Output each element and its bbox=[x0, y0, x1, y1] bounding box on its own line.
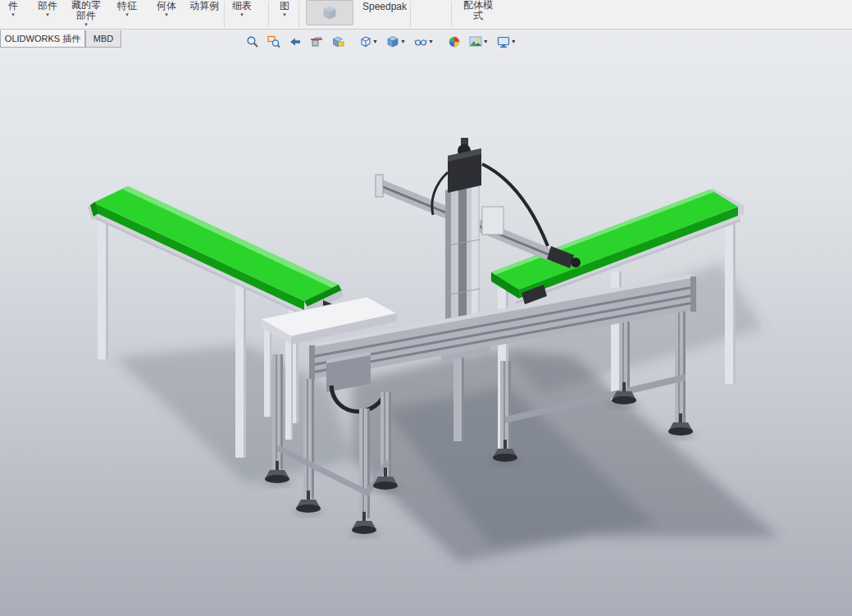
hide-show-items-icon bbox=[414, 35, 427, 48]
hide-show-items-button[interactable]: ▼ bbox=[411, 33, 437, 50]
viewport[interactable]: ▼ ▼ ▼ bbox=[0, 30, 852, 616]
dropdown-arrow-icon: ▼ bbox=[372, 39, 378, 44]
dynamic-annotation-views-button[interactable] bbox=[328, 33, 348, 50]
command-speedpak[interactable]: Speedpak bbox=[362, 2, 408, 12]
command-bom[interactable]: 细表 bbox=[230, 1, 253, 11]
toolbar-separator bbox=[224, 2, 225, 27]
zoom-to-area-button[interactable] bbox=[264, 33, 284, 50]
dropdown-arrow-icon[interactable]: ▼ bbox=[81, 22, 91, 27]
sensor-plate bbox=[482, 207, 503, 235]
tab-mbd[interactable]: MBD bbox=[85, 30, 121, 48]
dropdown-arrow-icon[interactable]: ▼ bbox=[237, 12, 247, 17]
view-orientation-button[interactable]: ▼ bbox=[355, 33, 381, 50]
display-style-icon bbox=[386, 35, 399, 48]
toolbar-separator bbox=[268, 2, 269, 27]
view-settings-button[interactable]: ▼ bbox=[494, 33, 520, 50]
command-component[interactable]: 部件 bbox=[36, 1, 59, 11]
display-style-button[interactable]: ▼ bbox=[383, 33, 409, 50]
heads-up-view-toolbar: ▼ ▼ ▼ bbox=[243, 33, 520, 50]
dropdown-arrow-icon[interactable]: ▼ bbox=[43, 12, 52, 17]
foot bbox=[349, 512, 379, 537]
dropdown-arrow-icon: ▼ bbox=[428, 39, 434, 44]
z-axis-motor bbox=[448, 138, 481, 193]
previous-view-button[interactable] bbox=[285, 33, 305, 50]
foot bbox=[666, 413, 695, 439]
foot bbox=[294, 491, 323, 516]
dropdown-arrow-icon[interactable]: ▼ bbox=[8, 12, 18, 17]
cube-icon bbox=[321, 5, 338, 21]
toolbar-separator bbox=[451, 2, 452, 27]
toolbar-separator bbox=[298, 2, 299, 27]
command-exploded-view[interactable]: 图 bbox=[276, 1, 293, 11]
dropdown-arrow-icon: ▼ bbox=[483, 39, 489, 44]
dropdown-arrow-icon[interactable]: ▼ bbox=[122, 12, 132, 17]
section-view-button[interactable] bbox=[307, 33, 326, 50]
apply-scene-icon bbox=[469, 35, 482, 48]
command-part[interactable]: 件 bbox=[5, 1, 21, 11]
command-hidden-components[interactable]: 藏的零部件 bbox=[67, 0, 105, 21]
edit-appearance-icon bbox=[448, 35, 461, 48]
view-orientation-icon bbox=[358, 35, 371, 48]
dynamic-annotation-views-icon bbox=[331, 35, 344, 48]
zoom-to-fit-icon bbox=[246, 35, 259, 48]
command-large-assembly-mode[interactable]: 配体模式 bbox=[460, 0, 496, 21]
zoom-to-fit-button[interactable] bbox=[243, 33, 262, 50]
zoom-to-area-icon bbox=[267, 35, 280, 48]
command-motion-study[interactable]: 动算例 bbox=[188, 1, 221, 11]
dropdown-arrow-icon: ▼ bbox=[511, 39, 517, 44]
previous-view-icon bbox=[289, 35, 302, 48]
dropdown-arrow-icon[interactable]: ▼ bbox=[280, 12, 289, 17]
command-manager: 件 ▼ 部件 ▼ 藏的零部件 ▼ 特征 ▼ 何体 ▼ 动算例 细表 ▼ 图 ▼ … bbox=[0, 0, 852, 30]
tab-solidworks-addins[interactable]: OLIDWORKS 插件 bbox=[0, 30, 85, 48]
command-button-disabled[interactable] bbox=[306, 0, 353, 25]
apply-scene-button[interactable]: ▼ bbox=[466, 33, 492, 50]
view-settings-icon bbox=[497, 35, 510, 48]
dropdown-arrow-icon[interactable]: ▼ bbox=[162, 12, 171, 17]
section-view-icon bbox=[310, 35, 323, 48]
3d-model[interactable] bbox=[0, 30, 852, 616]
edit-appearance-button[interactable] bbox=[444, 33, 464, 50]
dropdown-arrow-icon: ▼ bbox=[400, 39, 406, 44]
toolbar-separator bbox=[410, 2, 411, 27]
command-features[interactable]: 特征 bbox=[116, 1, 139, 11]
command-reference-geometry[interactable]: 何体 bbox=[155, 1, 178, 11]
